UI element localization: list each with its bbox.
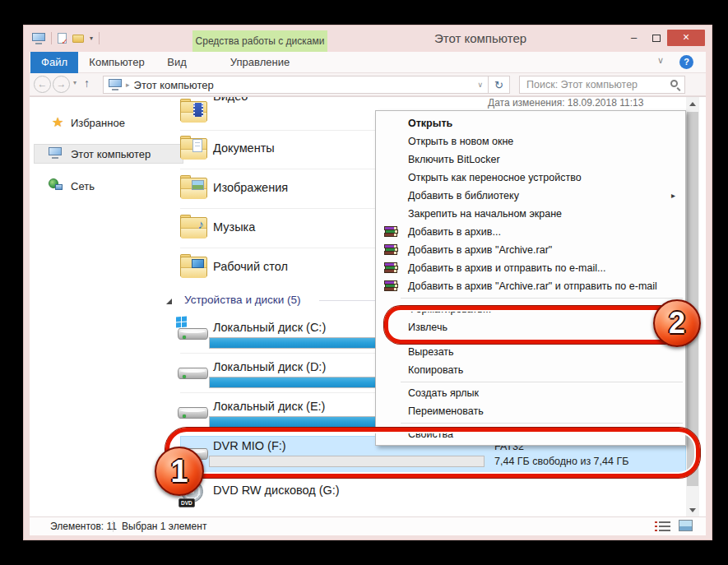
maximize-icon bbox=[652, 35, 661, 42]
scroll-up-button[interactable] bbox=[686, 97, 699, 111]
tab-file[interactable]: Файл bbox=[30, 52, 78, 73]
properties-icon[interactable]: ✓ bbox=[58, 33, 67, 44]
toolbar-separator bbox=[99, 32, 100, 44]
close-button[interactable]: × bbox=[667, 30, 705, 46]
drive-row-c[interactable]: Локальный диск (C:) bbox=[213, 321, 326, 334]
tab-computer[interactable]: Компьютер bbox=[78, 52, 155, 73]
drive-row-e[interactable]: Локальный диск (E:) bbox=[213, 400, 325, 413]
group-header[interactable]: Устройства и диски (5) bbox=[184, 294, 301, 306]
sidebar-item-favorites[interactable]: Избранное bbox=[71, 117, 125, 129]
computer-icon bbox=[32, 33, 45, 44]
menu-item-add-to-library[interactable]: Добавить в библиотеку▸ bbox=[378, 187, 684, 205]
annotation-step-2: 2 bbox=[653, 299, 701, 347]
menu-item-open-new-window[interactable]: Открыть в новом окне bbox=[378, 132, 684, 151]
selection-count: Выбран 1 элемент bbox=[122, 521, 206, 532]
music-note-icon: ♪ bbox=[198, 217, 205, 231]
computer-icon bbox=[49, 147, 62, 159]
scroll-down-button[interactable] bbox=[686, 503, 699, 516]
winrar-icon bbox=[384, 262, 397, 274]
sidebar-item-network[interactable]: Сеть bbox=[71, 180, 95, 192]
menu-item-label: Добавить в архив... bbox=[408, 226, 501, 238]
context-menu: Открыть Открыть в новом окне Включить Bi… bbox=[375, 110, 686, 446]
annotation-oval-eject bbox=[384, 306, 692, 344]
menu-item-bitlocker[interactable]: Включить BitLocker bbox=[378, 151, 684, 169]
window-controls: – × bbox=[623, 30, 705, 46]
winrar-icon bbox=[384, 280, 397, 292]
menu-item-rename[interactable]: Переименовать bbox=[378, 402, 684, 420]
menu-item-label: Добавить в архив и отправить по e-mail..… bbox=[408, 262, 605, 274]
dvd-badge: DVD bbox=[179, 498, 195, 507]
menu-item-archive-email[interactable]: Добавить в архив и отправить по e-mail..… bbox=[378, 259, 684, 277]
menu-item-label: Добавить в библиотеку bbox=[408, 190, 519, 201]
sidebar-item-this-pc[interactable]: Этот компьютер bbox=[71, 148, 151, 160]
drive-row-g[interactable]: DVD RW дисковод (G:) bbox=[213, 484, 340, 497]
breadcrumb-arrow-icon: ▸ bbox=[126, 81, 130, 89]
window-title: Этот компьютер bbox=[386, 31, 575, 45]
folder-icon-pictures bbox=[180, 175, 207, 200]
check-icon: ✓ bbox=[62, 37, 68, 46]
address-dropdown-icon[interactable]: ∨ bbox=[477, 81, 483, 89]
toolbar-separator bbox=[51, 32, 52, 44]
thumbnail-view-icon[interactable] bbox=[679, 520, 693, 531]
menu-item-cut[interactable]: Вырезать bbox=[378, 343, 684, 361]
annotation-oval-drive bbox=[165, 428, 700, 478]
date-modified-info: Дата изменения: 18.09.2018 11:13 bbox=[488, 97, 643, 109]
menu-item-archive-named-email[interactable]: Добавить в архив "Archive.rar" и отправи… bbox=[378, 277, 684, 295]
menu-item-pin-to-start[interactable]: Закрепить на начальном экране bbox=[378, 205, 684, 223]
menu-item-label: Добавить в архив "Archive.rar" bbox=[408, 244, 552, 256]
folder-icon-music: ♪ bbox=[180, 215, 207, 239]
computer-icon bbox=[109, 79, 122, 90]
winrar-icon bbox=[384, 226, 397, 238]
windows-logo-icon bbox=[176, 317, 187, 328]
breadcrumb[interactable]: Этот компьютер bbox=[134, 79, 214, 91]
menu-item-create-shortcut[interactable]: Создать ярлык bbox=[378, 384, 684, 402]
tab-manage[interactable]: Управление bbox=[192, 52, 327, 73]
folder-row-pictures[interactable]: Изображения bbox=[213, 181, 288, 194]
address-toolbar: ← → ▾ ↑ ▸ Этот компьютер ∨ ↻ bbox=[30, 73, 706, 96]
status-divider bbox=[113, 521, 114, 532]
search-input[interactable] bbox=[520, 76, 684, 93]
maximize-button[interactable] bbox=[645, 30, 667, 46]
menu-separator bbox=[401, 298, 683, 299]
menu-item-add-to-archive-named[interactable]: Добавить в архив "Archive.rar" bbox=[378, 241, 684, 259]
quick-access-toolbar: ✓ ▾ bbox=[32, 32, 100, 44]
refresh-button[interactable]: ↻ bbox=[489, 76, 510, 94]
group-collapse-icon[interactable] bbox=[166, 299, 172, 304]
up-button[interactable]: ↑ bbox=[84, 76, 90, 90]
folder-row-desktop[interactable]: Рабочий стол bbox=[213, 260, 288, 273]
folder-icon-desktop bbox=[180, 254, 207, 279]
menu-item-label: Добавить в архив "Archive.rar" и отправи… bbox=[408, 280, 657, 292]
status-bar: Элементов: 11 Выбран 1 элемент bbox=[30, 516, 706, 535]
folder-icon-video bbox=[180, 99, 207, 123]
submenu-arrow-icon: ▸ bbox=[671, 187, 675, 205]
minimize-button[interactable]: – bbox=[623, 30, 645, 46]
menu-item-open-portable[interactable]: Открыть как переносное устройство bbox=[378, 169, 684, 187]
help-icon[interactable]: ? bbox=[679, 55, 693, 69]
folder-row-documents[interactable]: Документы bbox=[213, 141, 275, 155]
search-box[interactable] bbox=[519, 76, 685, 94]
folder-row-video[interactable]: Видео bbox=[213, 96, 248, 103]
menu-item-copy[interactable]: Копировать bbox=[378, 361, 684, 379]
annotation-step-1: 1 bbox=[155, 447, 204, 496]
search-icon bbox=[670, 80, 678, 87]
back-button[interactable]: ← bbox=[34, 76, 51, 93]
new-folder-icon[interactable] bbox=[72, 35, 84, 43]
menu-item-open[interactable]: Открыть bbox=[378, 114, 684, 132]
details-view-icon[interactable] bbox=[659, 521, 670, 531]
title-bar: ✓ ▾ Средства работы с дисками Этот компь… bbox=[24, 25, 712, 52]
ribbon-collapse-icon[interactable]: ∨ bbox=[657, 55, 664, 66]
history-dropdown-icon[interactable]: ▾ bbox=[73, 79, 77, 86]
address-bar[interactable]: ▸ Этот компьютер ∨ bbox=[103, 76, 489, 94]
qat-dropdown-icon[interactable]: ▾ bbox=[90, 35, 93, 42]
folder-row-music[interactable]: Музыка bbox=[213, 220, 255, 234]
menu-separator bbox=[401, 382, 683, 382]
star-icon: ★ bbox=[52, 114, 63, 130]
contextual-tab-group-label: Средства работы с дисками bbox=[192, 30, 327, 52]
ribbon-tab-row: Файл Компьютер Вид Управление ∨ ? bbox=[30, 52, 706, 73]
drive-icon-d bbox=[178, 358, 208, 382]
network-icon bbox=[49, 178, 63, 190]
forward-button[interactable]: → bbox=[53, 76, 70, 93]
drive-row-d[interactable]: Локальный диск (D:) bbox=[213, 360, 326, 373]
menu-item-add-to-archive[interactable]: Добавить в архив... bbox=[378, 223, 684, 241]
screenshot-background: ✓ ▾ Средства работы с дисками Этот компь… bbox=[0, 0, 728, 565]
